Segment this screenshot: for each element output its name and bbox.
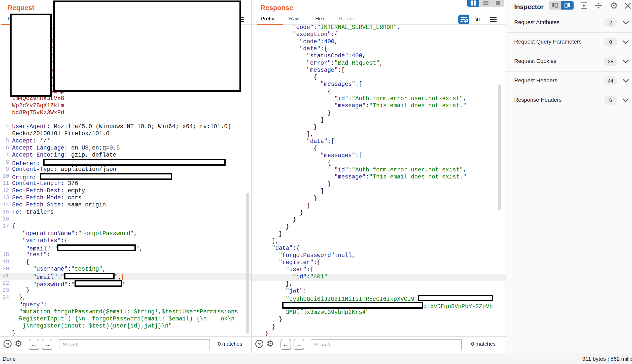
code-line: 8Referer: (0, 159, 251, 166)
redaction-box (10, 14, 52, 97)
word-wrap-icon[interactable] (458, 15, 469, 24)
code-line: ], (252, 131, 506, 138)
chevron-down-icon[interactable] (622, 79, 629, 83)
code-line: "data":{ (252, 245, 506, 252)
inspector-dock-left-button[interactable] (549, 1, 561, 10)
code-line: { (252, 88, 506, 96)
response-search-toolbar: ? ⚙ ← → 0 matches (252, 336, 506, 353)
code-line: { (252, 74, 506, 81)
section-count-badge: 0 (604, 38, 617, 47)
code-line: } (252, 195, 506, 202)
chevron-down-icon[interactable] (622, 59, 629, 63)
code-line: } (252, 323, 506, 331)
help-icon[interactable]: ? (4, 340, 12, 348)
inspector-section-request-headers[interactable]: Request Headers44 (506, 71, 632, 90)
code-line: ] (252, 188, 506, 195)
response-viewer[interactable]: "code":"INTERNAL_SERVER_ERROR", "excepti… (252, 25, 506, 337)
next-match-button[interactable]: → (42, 339, 52, 350)
redaction-box (418, 295, 493, 301)
response-metrics: 911 bytes | 562 millis (582, 356, 632, 362)
collapse-all-icon[interactable] (580, 2, 588, 9)
panel-divider[interactable] (251, 0, 252, 353)
inspector-section-request-attributes[interactable]: Request Attributes2 (506, 13, 632, 32)
code-line: "messages":[ (252, 152, 506, 160)
code-line: 17{ (0, 223, 251, 230)
redaction-box (57, 244, 136, 251)
previous-match-button[interactable]: ← (29, 339, 39, 350)
request-search-input[interactable] (59, 339, 210, 350)
code-line: "message":"This email does not exist." (252, 174, 506, 181)
section-label: Request Cookies (514, 58, 556, 64)
chevron-down-icon[interactable] (622, 21, 629, 25)
code-line: 13Sec-Fetch-Mode: cors (0, 195, 251, 202)
code-line: Nc8RqT5vKz3WxPd (0, 110, 251, 117)
layout-columns-button[interactable] (467, 0, 479, 7)
code-line: "code":400, (252, 39, 506, 46)
code-line: "variables":{ (0, 237, 251, 245)
code-line: 3MDlfjx3mzwL39ybHp2Krs4" (252, 309, 506, 316)
layout-rows-button[interactable] (480, 0, 492, 7)
inspector-dock-right-button[interactable] (561, 1, 574, 10)
response-tab-pretty[interactable]: Pretty (261, 16, 274, 22)
code-line: } (252, 216, 506, 224)
code-line: { (252, 160, 506, 167)
search-settings-gear-icon[interactable]: ⚙ (15, 339, 22, 349)
newline-toggle-icon[interactable]: \n (475, 16, 480, 22)
hamburger-menu-icon[interactable] (490, 16, 497, 23)
code-line: "data":{ (252, 46, 506, 53)
redaction-box (75, 280, 122, 287)
inspector-title: Inspector (514, 3, 544, 11)
chevron-down-icon[interactable] (622, 40, 629, 44)
code-line: 6Accept-Language: en-US,en;q=0.5 (0, 145, 251, 152)
redaction-box (43, 159, 226, 166)
response-tab-render[interactable]: Render (339, 16, 356, 22)
response-scrollbar[interactable] (498, 84, 501, 210)
code-line: "email":"", (0, 244, 251, 252)
code-line: } (0, 330, 251, 337)
inspector-divider[interactable] (506, 0, 506, 353)
request-panel: Request Pretty Raw Hex \n IuZ04fNeZPoLFe… (0, 0, 251, 353)
code-line: ] (252, 202, 506, 210)
code-line: 11Content-Length: 376 (0, 180, 251, 188)
code-line: } (252, 224, 506, 231)
inspector-close-icon[interactable] (624, 3, 631, 9)
code-line: 24 }, (0, 294, 251, 302)
code-line: 21 "email":"", (0, 273, 251, 280)
code-line: "error":"Bad Request", (252, 60, 506, 67)
search-settings-gear-icon[interactable]: ⚙ (266, 339, 274, 349)
section-count-badge: 28 (604, 57, 617, 66)
inspector-section-request-query-parameters[interactable]: Request Query Parameters0 (506, 32, 632, 52)
code-line: 16 (0, 216, 251, 223)
inspector-section-response-headers[interactable]: Response Headers6 (506, 91, 632, 110)
redaction-box (282, 302, 423, 309)
response-search-input[interactable] (311, 339, 462, 350)
code-line: 18 "test": (0, 251, 251, 259)
layout-single-button[interactable] (492, 0, 504, 7)
code-line: 14Sec-Fetch-Site: same-origin (0, 202, 251, 209)
code-line: } (252, 110, 506, 117)
next-match-button[interactable]: → (294, 339, 304, 350)
code-line: { (252, 145, 506, 153)
response-tab-hex[interactable]: Hex (315, 16, 325, 22)
previous-match-button[interactable]: ← (280, 339, 291, 350)
code-line: 22 "password":"" (0, 280, 251, 287)
redaction-box (53, 1, 241, 92)
help-icon[interactable]: ? (255, 340, 263, 348)
response-match-count: 0 matches (471, 341, 496, 347)
response-tab-raw[interactable]: Raw (289, 16, 300, 22)
code-line: "operationName":"forgotPassword", (0, 230, 251, 238)
code-line: "id":"Auth.form.error.user.not-exist", (252, 167, 506, 174)
code-line: } (252, 231, 506, 238)
inspector-settings-gear-icon[interactable]: ⚙ (610, 1, 618, 11)
code-line: "eyJhbGci0iJIUzI1NiIsInR5cCI6IkpXVCJ9. (252, 295, 506, 302)
code-line: Wp2dYv7BqX1ZkLm (0, 102, 251, 110)
request-match-count: 0 matches (218, 341, 242, 347)
inspector-section-request-cookies[interactable]: Request Cookies28 (506, 52, 632, 71)
chevron-down-icon[interactable] (622, 98, 629, 102)
request-scrollbar[interactable] (246, 193, 249, 334)
code-line: "code":"INTERNAL_SERVER_ERROR", (252, 25, 506, 31)
code-line: "message":[ (252, 67, 506, 74)
response-panel: Response Pretty Raw Hex Render (252, 0, 506, 353)
expand-all-icon[interactable] (595, 2, 602, 9)
code-line: 10Origin: (0, 173, 251, 180)
